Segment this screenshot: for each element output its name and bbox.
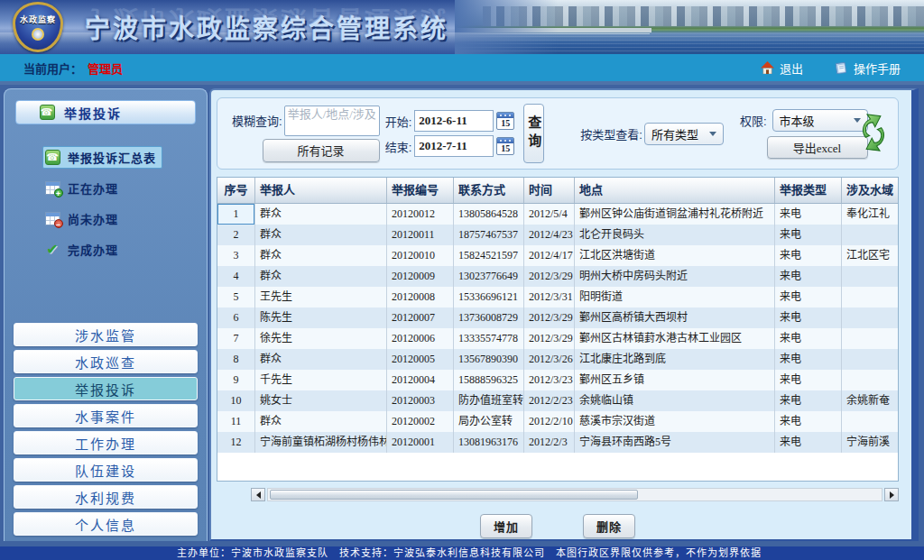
table-cell: 防办值班室转 — [454, 390, 524, 411]
delete-button[interactable]: 删除 — [583, 514, 635, 538]
table-cell: 20120003 — [387, 390, 454, 411]
fuzzy-query-input[interactable] — [284, 106, 380, 136]
sidebar-section-header[interactable]: ☎ 举报投诉 — [15, 100, 196, 124]
table-cell: 余姚新奄 — [842, 390, 899, 411]
table-row[interactable]: 3群众20120010158245215972012/4/17江北区洪塘街道来电… — [217, 245, 899, 266]
sidebar-item-1[interactable]: ☎举报投诉汇总表 — [42, 146, 162, 169]
table-body: 1群众20120012138058645282012/5/4鄞州区钟公庙街道铜盆… — [217, 204, 899, 453]
sidebar-nav-item-3[interactable]: 举报投诉 — [14, 377, 198, 400]
table-cell — [842, 328, 899, 349]
sidebar: ☎ 举报投诉 ☎举报投诉汇总表+正在办理–尚未办理✔完成办理 涉水监管水政巡查举… — [4, 88, 208, 541]
manual-button[interactable]: 操作手册 — [834, 60, 901, 77]
sidebar-nav-item-8[interactable]: 个人信息 — [14, 512, 198, 536]
table-row[interactable]: 9千先生20120004158885963252012/3/23鄞州区五乡镇来电 — [217, 370, 899, 390]
horizontal-scrollbar[interactable] — [251, 487, 899, 502]
table-cell: 群众 — [255, 266, 387, 287]
table-row[interactable]: 6陈先生20120007137360087292012/3/29鄞州区高桥镇大西… — [217, 308, 899, 328]
table-cell: 来电 — [775, 308, 842, 328]
start-date-input[interactable] — [414, 110, 494, 132]
sidebar-nav-item-1[interactable]: 涉水监管 — [14, 323, 198, 346]
table-row[interactable]: 1群众20120012138058645282012/5/4鄞州区钟公庙街道铜盆… — [217, 204, 899, 225]
scrollbar-track[interactable] — [267, 488, 882, 501]
calendar-icon[interactable]: 15 — [496, 112, 514, 130]
table-row[interactable]: 2群众20120011187574675372012/4/23北仑开良码头来电 — [217, 225, 899, 245]
table-cell: 宁海前溪 — [842, 432, 899, 453]
column-header: 联系方式 — [454, 178, 524, 203]
table-cell: 群众 — [255, 349, 387, 370]
table-cell: 2012/2/23 — [524, 390, 575, 411]
table-cell: 明州大桥中房码头附近 — [575, 266, 775, 287]
table-cell: 奉化江礼 — [842, 204, 899, 225]
scrollbar-thumb[interactable] — [270, 490, 638, 500]
sidebar-section-title: 举报投诉 — [64, 104, 122, 122]
end-date-input[interactable] — [414, 135, 494, 157]
refresh-icon[interactable] — [855, 109, 892, 156]
sidebar-item-label: 举报投诉汇总表 — [68, 149, 156, 166]
table-cell: 20120011 — [387, 225, 454, 245]
type-select[interactable]: 所有类型 — [644, 123, 724, 145]
table-row[interactable]: 4群众20120009130237766492012/3/29明州大桥中房码头附… — [217, 266, 899, 287]
scroll-left-arrow[interactable] — [251, 488, 265, 501]
table-cell — [842, 349, 899, 370]
sidebar-nav-item-6[interactable]: 队伍建设 — [14, 458, 198, 482]
table-cell: 来电 — [775, 411, 842, 432]
scroll-right-arrow[interactable] — [884, 488, 899, 501]
table-cell: 13567890390 — [454, 349, 524, 370]
table-cell: 7 — [217, 328, 255, 349]
table-cell: 陈先生 — [255, 308, 387, 328]
table-cell — [842, 308, 899, 328]
table-cell — [842, 225, 899, 245]
column-header: 举报人 — [255, 178, 387, 203]
table-cell: 鄞州区古林镇葑水港古林工业园区 — [575, 328, 775, 349]
report-table: 序号举报人举报编号联系方式时间地点举报类型涉及水域 1群众20120012138… — [217, 177, 899, 482]
table-row[interactable]: 7徐先生20120006133355747782012/3/29鄞州区古林镇葑水… — [217, 328, 899, 349]
table-cell: 鄞州区五乡镇 — [575, 370, 775, 390]
table-cell: 来电 — [775, 287, 842, 308]
search-button[interactable]: 查询 — [523, 104, 544, 163]
sidebar-item-label: 正在办理 — [68, 179, 118, 197]
permission-select[interactable]: 市本级 — [772, 109, 868, 132]
table-row[interactable]: 5王先生20120008153366961212012/3/31阳明街道来电 — [217, 287, 899, 308]
table-cell: 姚女士 — [255, 390, 387, 411]
sidebar-nav-item-2[interactable]: 水政巡查 — [14, 350, 198, 373]
table-cell: 20120004 — [387, 370, 454, 390]
sidebar-nav-item-5[interactable]: 工作办理 — [14, 431, 198, 454]
dropdown-arrow-icon — [709, 132, 716, 136]
logout-button[interactable]: 退出 — [761, 60, 803, 77]
table-cell: 来电 — [775, 390, 842, 411]
table-row[interactable]: 10姚女士20120003防办值班室转2012/2/23余姚临山镇来电余姚新奄 — [217, 390, 899, 411]
permission-label: 权限: — [740, 112, 767, 129]
header-photo — [455, 0, 924, 54]
column-header: 时间 — [524, 178, 575, 203]
current-user-name: 管理员 — [88, 60, 123, 77]
current-user-label: 当前用户： — [23, 60, 82, 77]
footer: 主办单位：宁波市水政监察支队 技术支持：宁波弘泰水利信息科技有限公司 本图行政区… — [0, 546, 924, 560]
column-header: 地点 — [575, 178, 775, 203]
sidebar-nav-item-4[interactable]: 水事案件 — [14, 404, 198, 427]
all-records-button[interactable]: 所有记录 — [263, 139, 380, 162]
table-cell: 王先生 — [255, 287, 387, 308]
phone-icon: ☎ — [40, 105, 55, 120]
sidebar-item-2[interactable]: +正在办理 — [42, 177, 125, 199]
column-header: 涉及水域 — [842, 178, 899, 203]
table-cell: 来电 — [775, 204, 842, 225]
table-cell: 13736008729 — [454, 308, 524, 328]
table-row[interactable]: 8群众20120005135678903902012/3/26江北康庄北路到底来… — [217, 349, 899, 370]
table-cell: 11 — [217, 411, 255, 432]
sidebar-item-4[interactable]: ✔完成办理 — [42, 238, 125, 261]
table-header-row: 序号举报人举报编号联系方式时间地点举报类型涉及水域 — [217, 178, 899, 204]
table-cell: 13023776649 — [454, 266, 524, 287]
calendar-icon[interactable]: 15 — [496, 137, 514, 155]
sidebar-item-3[interactable]: –尚未办理 — [42, 207, 125, 230]
table-cell: 9 — [217, 370, 255, 390]
type-filter-label: 按类型查看: — [580, 125, 642, 142]
sidebar-nav-item-7[interactable]: 水利规费 — [14, 485, 198, 509]
export-excel-button[interactable]: 导出excel — [767, 136, 868, 159]
table-row[interactable]: 12宁海前童镇柘湖杨村杨伟林20120001130819631762012/2/… — [217, 432, 899, 453]
table-row[interactable]: 11群众20120002局办公室转2012/2/10慈溪市宗汉街道来电 — [217, 411, 899, 432]
table-cell: 江北康庄北路到底 — [575, 349, 775, 370]
add-button[interactable]: 增加 — [480, 514, 532, 538]
sidebar-module-nav: 涉水监管水政巡查举报投诉水事案件工作办理队伍建设水利规费个人信息 — [12, 323, 199, 536]
logo-wheel-icon — [32, 28, 44, 41]
table-cell: 15336696121 — [454, 287, 524, 308]
